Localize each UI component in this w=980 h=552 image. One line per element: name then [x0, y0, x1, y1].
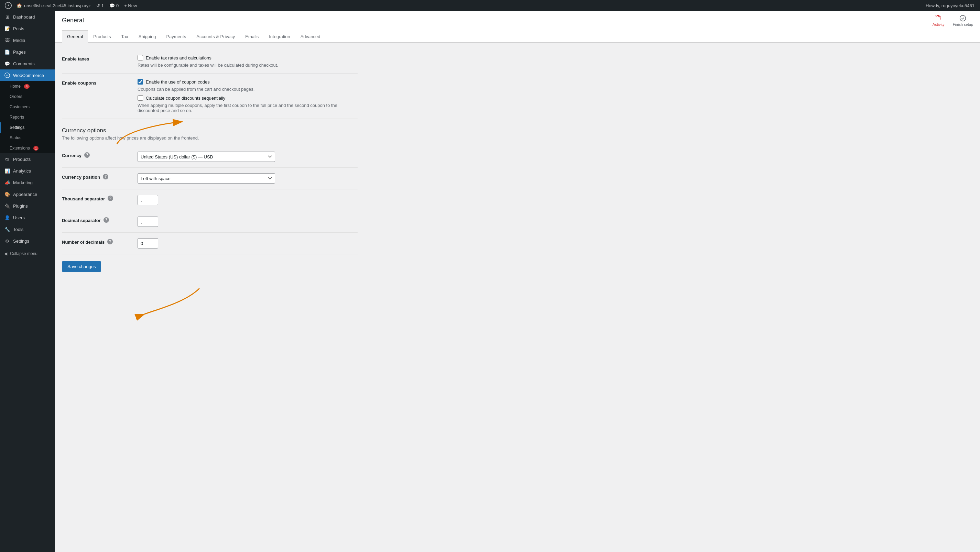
sidebar-item-woo-customers[interactable]: Customers — [0, 102, 55, 112]
sidebar-item-marketing[interactable]: 📣 Marketing — [0, 177, 55, 188]
currency-control-col: United States (US) dollar ($) — USD Euro… — [138, 152, 358, 162]
layout: ⊞ Dashboard 📝 Posts 🖼 Media 📄 Pages 💬 Co… — [0, 11, 980, 552]
tab-payments[interactable]: Payments — [161, 30, 191, 43]
sidebar-item-posts[interactable]: 📝 Posts — [0, 23, 55, 34]
tab-tax[interactable]: Tax — [116, 30, 134, 43]
thousand-sep-label-col: Thousand separator ? — [62, 195, 138, 201]
sidebar-label-comments: Comments — [13, 61, 35, 66]
sidebar-item-plugins[interactable]: 🔌 Plugins — [0, 200, 55, 212]
tab-shipping[interactable]: Shipping — [134, 30, 161, 43]
sidebar-item-comments[interactable]: 💬 Comments — [0, 58, 55, 70]
sidebar-item-dashboard[interactable]: ⊞ Dashboard — [0, 11, 55, 23]
woo-extensions-badge: 1 — [33, 146, 39, 151]
thousand-sep-input[interactable] — [138, 195, 158, 205]
admin-bar-new[interactable]: + New — [121, 0, 140, 11]
finish-setup-action[interactable]: Finish setup — [953, 15, 973, 27]
decimal-sep-label-col: Decimal separator ? — [62, 217, 138, 223]
content-with-arrows: Enable taxes Enable tax rates and calcul… — [55, 43, 980, 286]
decimal-sep-input[interactable] — [138, 217, 158, 227]
decimal-sep-label: Decimal separator — [62, 217, 101, 223]
sidebar-item-woocommerce[interactable]: W WooCommerce — [0, 70, 55, 81]
sidebar-item-settings[interactable]: ⚙ Settings — [0, 235, 55, 247]
activity-action[interactable]: Activity — [932, 15, 945, 27]
thousand-sep-help-icon[interactable]: ? — [108, 195, 113, 201]
howdy-text: Howdy, ruguyoyeku5461 — [923, 3, 977, 8]
new-label: + New — [124, 3, 137, 8]
decimal-sep-help-icon[interactable]: ? — [103, 217, 109, 223]
form-row-thousand-sep: Thousand separator ? — [62, 189, 358, 211]
sidebar-item-pages[interactable]: 📄 Pages — [0, 46, 55, 58]
sidebar-item-woo-home[interactable]: Home 4 — [0, 81, 55, 91]
sidebar-item-woo-reports[interactable]: Reports — [0, 112, 55, 122]
sidebar-label-products: Products — [13, 157, 30, 162]
admin-bar-revisions[interactable]: ↺ 1 — [94, 0, 107, 11]
taxes-control-col: Enable tax rates and calculations Rates … — [138, 55, 358, 68]
num-decimals-help-icon[interactable]: ? — [107, 239, 113, 244]
currency-position-label-wrap: Currency position ? — [62, 173, 138, 180]
tab-advanced[interactable]: Advanced — [295, 30, 326, 43]
coupons-control-col: Enable the use of coupon codes Coupons c… — [138, 79, 358, 113]
comments-sidebar-icon: 💬 — [4, 60, 10, 67]
woo-orders-label: Orders — [10, 94, 22, 99]
taxes-label-col: Enable taxes — [62, 55, 138, 62]
sidebar-item-media[interactable]: 🖼 Media — [0, 34, 55, 46]
currency-select[interactable]: United States (US) dollar ($) — USD Euro… — [138, 152, 275, 162]
currency-help-icon[interactable]: ? — [84, 152, 90, 158]
settings-icon: ⚙ — [4, 238, 10, 244]
tab-products[interactable]: Products — [88, 30, 116, 43]
sidebar-label-woo: WooCommerce — [13, 73, 44, 78]
sidebar: ⊞ Dashboard 📝 Posts 🖼 Media 📄 Pages 💬 Co… — [0, 11, 55, 552]
users-icon: 👤 — [4, 214, 10, 220]
woo-submenu: Home 4 Orders Customers Reports Settings… — [0, 81, 55, 153]
coupons-label: Enable coupons — [62, 79, 138, 86]
admin-bar-site[interactable]: 🏠 unselfish-seal-2cef45.instawp.xyz — [14, 0, 94, 11]
woo-settings-label: Settings — [10, 125, 24, 130]
sidebar-item-woo-extensions[interactable]: Extensions 1 — [0, 143, 55, 153]
site-name: unselfish-seal-2cef45.instawp.xyz — [24, 3, 91, 8]
sidebar-item-appearance[interactable]: 🎨 Appearance — [0, 188, 55, 200]
admin-bar-comments[interactable]: 💬 0 — [107, 0, 121, 11]
tab-emails[interactable]: Emails — [240, 30, 264, 43]
tab-integration[interactable]: Integration — [264, 30, 295, 43]
thousand-sep-label-wrap: Thousand separator ? — [62, 195, 138, 201]
sidebar-label-dashboard: Dashboard — [13, 14, 35, 20]
content-area: Enable taxes Enable tax rates and calcul… — [55, 43, 364, 286]
sidebar-label-settings: Settings — [13, 238, 29, 244]
num-decimals-input[interactable] — [138, 238, 158, 249]
tab-general[interactable]: General — [62, 30, 88, 43]
appearance-icon: 🎨 — [4, 191, 10, 197]
currency-label: Currency — [62, 152, 81, 158]
woo-home-label: Home — [10, 84, 21, 89]
decimal-sep-label-wrap: Decimal separator ? — [62, 217, 138, 223]
currency-label-wrap: Currency ? — [62, 152, 138, 158]
sidebar-item-users[interactable]: 👤 Users — [0, 212, 55, 224]
sidebar-item-woo-settings[interactable]: Settings — [0, 122, 55, 133]
num-decimals-label: Number of decimals — [62, 238, 105, 245]
sequential-coupons-label: Calculate coupon discounts sequentially — [146, 95, 225, 101]
enable-taxes-label: Enable tax rates and calculations — [146, 56, 212, 60]
sidebar-label-appearance: Appearance — [13, 192, 37, 197]
tab-accounts[interactable]: Accounts & Privacy — [191, 30, 240, 43]
sidebar-item-woo-status[interactable]: Status — [0, 133, 55, 143]
sidebar-item-tools[interactable]: 🔧 Tools — [0, 224, 55, 235]
thousand-sep-label: Thousand separator — [62, 195, 105, 201]
save-button-area: Save changes — [62, 254, 358, 279]
woo-customers-label: Customers — [10, 105, 30, 109]
page-header: General Activity Finish setup — [55, 11, 980, 30]
collapse-menu-button[interactable]: ◀ Collapse menu — [0, 249, 55, 259]
enable-taxes-checkbox[interactable] — [138, 55, 143, 60]
sidebar-item-products[interactable]: 🛍 Products — [0, 153, 55, 165]
sequential-coupons-checkbox[interactable] — [138, 95, 143, 101]
finish-setup-label: Finish setup — [953, 22, 973, 27]
revisions-count: 1 — [102, 3, 104, 8]
sidebar-label-marketing: Marketing — [13, 180, 33, 185]
currency-position-select[interactable]: Left Right Left with space Right with sp… — [138, 173, 275, 184]
sidebar-item-woo-orders[interactable]: Orders — [0, 91, 55, 102]
enable-coupons-checkbox[interactable] — [138, 79, 143, 84]
woo-reports-label: Reports — [10, 115, 24, 120]
save-changes-button[interactable]: Save changes — [62, 261, 101, 272]
wp-logo[interactable] — [3, 0, 14, 11]
sidebar-item-analytics[interactable]: 📊 Analytics — [0, 165, 55, 177]
currency-position-help-icon[interactable]: ? — [103, 174, 108, 179]
coupons-checkbox1-row: Enable the use of coupon codes — [138, 79, 358, 84]
